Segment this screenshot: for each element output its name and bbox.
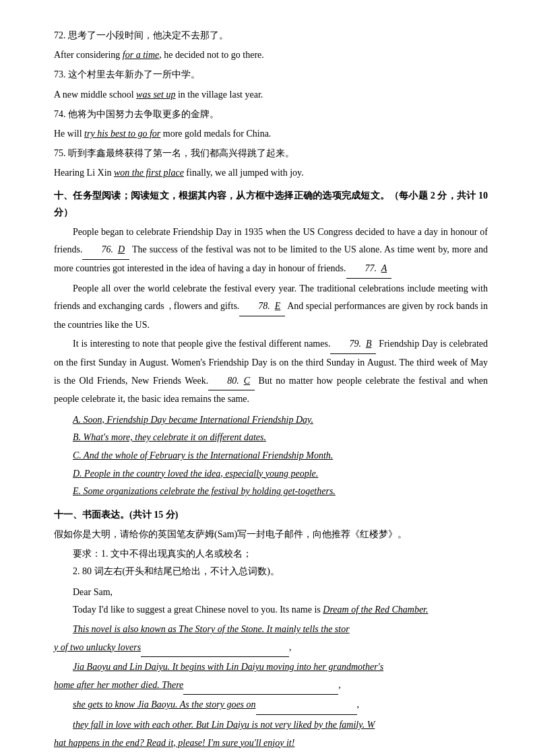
body-line-4: she gets to know Jia Baoyu. As the story… [73,699,256,710]
option-d: D. People in the country loved the idea,… [73,465,488,483]
reading-para-3: It is interesting to note that people gi… [54,335,488,408]
page: 72. 思考了一小段时间，他决定不去那了。 After considering … [0,0,535,756]
translation-item-72: 72. 思考了一小段时间，他决定不去那了。 [54,27,488,44]
letter-salutation: Dear Sam, [73,584,488,602]
reading-para-2: People all over the world celebrate the … [54,280,488,335]
item-73-cn: 73. 这个村里去年新办了一所中学。 [54,69,200,79]
letter-body-4: she gets to know Jia Baoyu. As the story… [54,696,488,715]
section-11-header: 十一、书面表达。(共计 15 分) [54,506,488,523]
body-line-5b: hat happens in the end? Read it, please!… [54,738,294,748]
translation-item-73-en: A new middle school was set up in the vi… [54,86,488,103]
novel-title: Dream of the Red Chamber. [323,605,428,615]
options-block: A. Soon, Friendship Day became Internati… [73,411,488,501]
item-74-cn: 74. 他将为中国努力去争取更多的金牌。 [54,109,219,119]
section-10-header: 十、任务型阅读；阅读短文，根据其内容，从方框中选择正确的选项完成短文。（每小题 … [54,187,488,221]
body-line-5: they fall in love with each other. But L… [73,720,375,730]
item-75-cn: 75. 听到李鑫最终获得了第一名，我们都高兴得跳了起来。 [54,148,294,158]
option-e: E. Some organizations celebrate the fest… [73,483,488,501]
blank-77: 77. A [346,260,392,279]
option-b: B. What's more, they celebrate it on dif… [73,429,488,447]
body-line-3b: home after her mother died. There [54,680,183,690]
blank-78: 78. E [239,298,285,316]
letter-body-3: Jia Baoyu and Lin Daiyu. It begins with … [54,658,488,695]
translation-item-75: 75. 听到李鑫最终获得了第一名，我们都高兴得跳了起来。 [54,145,488,162]
blank-80: 80. C [208,372,255,391]
body-line-2: This novel is also known as The Story of… [73,624,350,634]
letter-body-2: This novel is also known as The Story of… [54,621,488,657]
reading-para-1: People began to celebrate Friendship Day… [54,224,488,279]
blank-76: 76. D [82,241,129,260]
option-c: C. And the whole of February is the Inte… [73,447,488,465]
content: 72. 思考了一小段时间，他决定不去那了。 After considering … [54,27,488,756]
body-line-2b: y of two unlucky lovers [54,642,141,652]
item-72-cn: 72. 思考了一小段时间，他决定不去那了。 [54,30,228,40]
translation-item-74-en: He will try his best to go for more gold… [54,125,488,142]
body-line-3: Jia Baoyu and Lin Daiyu. It begins with … [73,662,383,672]
letter-body-5: they fall in love with each other. But L… [54,716,488,752]
option-a: A. Soon, Friendship Day became Internati… [73,411,488,429]
translation-item-73: 73. 这个村里去年新办了一所中学。 [54,66,488,83]
underline-was-set-up: was set up [136,90,175,100]
writing-instruction: 假如你是大明，请给你的英国笔友萨姆(Sam)写一封电子邮件，向他推荐《红楼梦》。 [54,526,488,544]
letter-body-1: Today I'd like to suggest a great Chines… [54,601,488,619]
writing-req-1: 要求：1. 文中不得出现真实的人名或校名； [73,545,488,563]
writing-req-2: 2. 80 词左右(开头和结尾已给出，不计入总词数)。 [73,563,488,581]
translation-item-74: 74. 他将为中国努力去争取更多的金牌。 [54,106,488,123]
translation-item-72-en: After considering for a time, he decided… [54,46,488,63]
underline-won-first-place: won the first place [114,168,184,178]
blank-79: 79. B [330,335,376,354]
underline-try-his-best: try his best to go for [84,129,160,139]
underline-for-a-time: for a time [123,50,159,60]
translation-item-75-en: Hearing Li Xin won the first place final… [54,164,488,181]
